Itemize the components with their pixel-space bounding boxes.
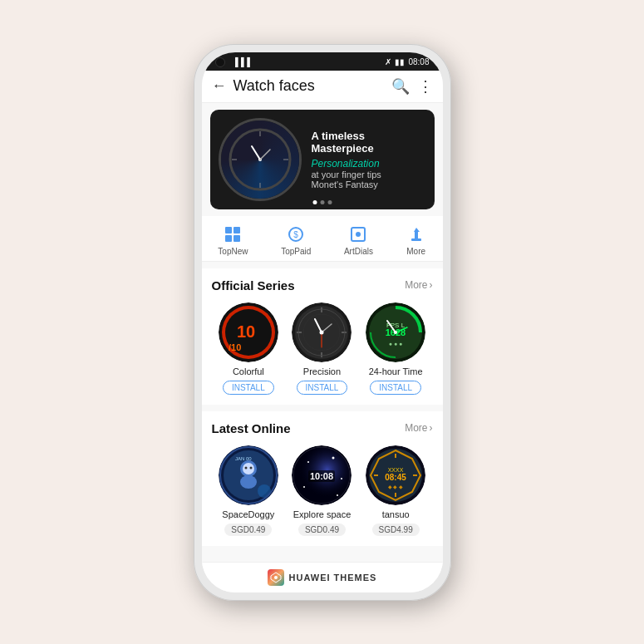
tab-topnew[interactable]: TopNew — [218, 224, 248, 256]
official-series-more[interactable]: More › — [405, 279, 432, 291]
bottom-bar: HUAWEI THEMES — [202, 562, 443, 592]
latest-online-title: Latest Online — [212, 421, 291, 435]
svg-rect-9 — [234, 227, 240, 234]
24hour-watch-image: FPS L 1628 ● ● ● — [366, 302, 425, 362]
explore-price: SGD0.49 — [298, 524, 346, 536]
svg-point-58 — [341, 478, 342, 479]
svg-point-43 — [394, 331, 397, 334]
precision-install-button[interactable]: INSTALL — [297, 381, 348, 395]
svg-text:08:45: 08:45 — [385, 473, 406, 482]
colorful-watch-image: 10 /10 — [219, 302, 278, 362]
app-bar-icons: 🔍 ⋮ — [391, 77, 433, 96]
tab-toppaid[interactable]: $ TopPaid — [281, 224, 311, 256]
svg-point-60 — [337, 494, 338, 496]
latest-online-section: Latest Online More › — [202, 411, 443, 546]
status-left: ▐▐▐ — [215, 57, 250, 67]
svg-rect-10 — [225, 235, 232, 242]
dot-3 — [327, 200, 332, 204]
explore-watch-image: 10:08 — [292, 445, 351, 505]
24hour-install-button[interactable]: INSTALL — [370, 381, 421, 395]
latest-items-row: JAN 00 SpaceDoggy SGD0.49 — [212, 445, 433, 536]
artdials-icon — [348, 224, 368, 244]
dot-2 — [320, 200, 324, 204]
svg-rect-17 — [415, 232, 418, 238]
official-series-header: Official Series More › — [212, 278, 433, 293]
24hour-label: 24-hour Time — [369, 366, 423, 376]
status-bar: ▐▐▐ ✗ ▮▮ 08:08 — [202, 52, 443, 71]
latest-online-more[interactable]: More › — [405, 422, 432, 434]
svg-rect-18 — [411, 238, 421, 241]
svg-point-59 — [303, 486, 305, 488]
official-items-row: 10 /10 Colorful INSTALL — [212, 302, 433, 395]
precision-watch-image — [292, 302, 351, 362]
tansuo-watch-image: XXXX 08:45 ◆ ◆ ◆ — [366, 445, 425, 505]
colorful-label: Colorful — [233, 366, 264, 376]
banner-dots — [312, 200, 332, 204]
latest-item-spacedoggy: JAN 00 SpaceDoggy SGD0.49 — [215, 445, 282, 536]
svg-rect-8 — [225, 227, 232, 234]
time-display: 08:08 — [408, 57, 429, 66]
more-options-icon[interactable]: ⋮ — [418, 77, 433, 96]
banner-subtitle1: Personalization — [312, 158, 425, 170]
svg-point-48 — [244, 466, 247, 469]
svg-point-57 — [332, 456, 335, 459]
explore-label: Explore space — [293, 509, 351, 519]
back-button[interactable]: ← — [212, 77, 227, 95]
app-bar: ← Watch faces 🔍 ⋮ — [202, 71, 443, 103]
svg-text:XXXX: XXXX — [388, 467, 404, 473]
banner-text: A timeless Masterpiece Personalization a… — [302, 123, 435, 196]
svg-line-3 — [260, 150, 270, 160]
svg-point-33 — [320, 330, 324, 334]
spacedoggy-price: SGD0.49 — [224, 524, 272, 536]
official-item-colorful: 10 /10 Colorful INSTALL — [215, 302, 282, 395]
banner-watch-image — [219, 118, 302, 201]
latest-item-explore: 10:08 Explore space SGD0.49 — [288, 445, 355, 536]
svg-line-2 — [252, 146, 260, 160]
svg-point-56 — [307, 461, 309, 463]
page-title: Watch faces — [234, 77, 391, 95]
precision-label: Precision — [303, 366, 341, 376]
tab-artdials[interactable]: ArtDials — [344, 224, 373, 256]
svg-point-49 — [249, 466, 252, 469]
svg-text:● ● ●: ● ● ● — [389, 341, 403, 347]
banner: A timeless Masterpiece Personalization a… — [210, 110, 435, 209]
svg-rect-11 — [234, 235, 240, 242]
toppaid-icon: $ — [286, 224, 306, 244]
scroll-area: A timeless Masterpiece Personalization a… — [202, 103, 443, 562]
phone-device: ▐▐▐ ✗ ▮▮ 08:08 ← Watch faces 🔍 ⋮ — [194, 44, 451, 601]
banner-subtitle2: at your finger tips — [312, 170, 425, 179]
toppaid-label: TopPaid — [281, 247, 311, 256]
svg-text:10: 10 — [237, 322, 255, 341]
more-icon — [406, 224, 426, 244]
battery-icon: ▮▮ — [395, 57, 405, 66]
camera-dot — [215, 57, 225, 67]
colorful-install-button[interactable]: INSTALL — [223, 381, 274, 395]
svg-point-47 — [243, 463, 254, 474]
svg-marker-16 — [414, 228, 420, 232]
svg-point-50 — [240, 475, 257, 489]
banner-title: A timeless Masterpiece — [312, 130, 425, 155]
bottom-label: HUAWEI THEMES — [289, 573, 377, 583]
signal-icon: ▐▐▐ — [233, 57, 250, 66]
official-item-precision: Precision INSTALL — [288, 302, 355, 395]
latest-online-header: Latest Online More › — [212, 421, 433, 435]
search-icon[interactable]: 🔍 — [391, 77, 410, 96]
tansuo-label: tansuo — [382, 509, 410, 519]
svg-text:10:08: 10:08 — [310, 471, 333, 481]
tab-row: TopNew $ TopPaid ArtDials — [202, 216, 443, 262]
svg-text:JAN 00: JAN 00 — [235, 456, 252, 461]
banner-subtitle3: Monet's Fantasy — [312, 179, 425, 189]
phone-screen: ▐▐▐ ✗ ▮▮ 08:08 ← Watch faces 🔍 ⋮ — [202, 52, 443, 592]
bluetooth-icon: ✗ — [385, 57, 391, 66]
tansuo-price: SGD4.99 — [372, 524, 420, 536]
tab-more[interactable]: More — [406, 224, 426, 256]
dot-1 — [312, 200, 317, 204]
svg-text:$: $ — [293, 230, 298, 239]
topnew-label: TopNew — [218, 247, 248, 256]
spacedoggy-label: SpaceDoggy — [222, 509, 274, 519]
more-label: More — [406, 247, 425, 256]
topnew-icon — [223, 224, 243, 244]
spacedoggy-watch-image: JAN 00 — [219, 445, 278, 505]
huawei-logo — [268, 569, 284, 586]
svg-point-74 — [274, 576, 278, 579]
